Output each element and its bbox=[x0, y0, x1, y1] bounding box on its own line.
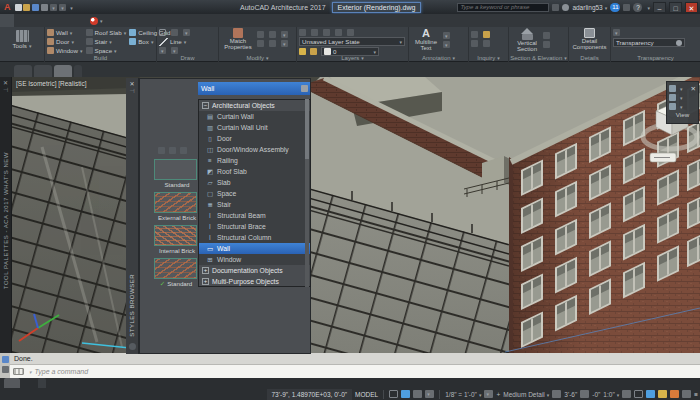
cut-plane-icon[interactable] bbox=[552, 390, 561, 398]
qat-customize-caret[interactable] bbox=[68, 4, 73, 11]
layer-freeze-icon[interactable] bbox=[335, 29, 342, 36]
elevation-icon[interactable] bbox=[543, 32, 550, 39]
wall-style-tile[interactable]: ✓Standard bbox=[154, 258, 198, 288]
customization-menu-icon[interactable]: ≡ bbox=[694, 391, 698, 398]
object-type-row[interactable]: ▢ Space bbox=[199, 188, 310, 199]
view-panel-close-icon[interactable]: ✕ bbox=[691, 85, 696, 93]
leader-icon[interactable] bbox=[443, 41, 450, 48]
object-type-row[interactable]: ◫ Door/Window Assembly bbox=[199, 144, 310, 155]
layout-tab[interactable] bbox=[38, 378, 46, 388]
ribbon-tab[interactable] bbox=[42, 14, 56, 27]
display-configuration[interactable]: Medium Detail bbox=[503, 391, 549, 398]
object-type-row[interactable]: I Structural Column bbox=[199, 232, 310, 243]
object-type-row[interactable]: ⊞ Window bbox=[199, 254, 310, 265]
drawing-tab[interactable] bbox=[54, 65, 72, 77]
panel-label-annotation[interactable]: Annotation bbox=[409, 54, 468, 62]
command-tools-icon[interactable] bbox=[2, 366, 9, 373]
object-type-row[interactable]: I Structural Beam bbox=[199, 210, 310, 221]
object-type-row[interactable]: + Multi-Purpose Objects bbox=[199, 276, 310, 287]
dimension-icon[interactable] bbox=[443, 32, 450, 39]
layout-tab[interactable] bbox=[4, 378, 20, 388]
layer-isolate-icon[interactable] bbox=[323, 29, 330, 36]
move-icon[interactable] bbox=[257, 31, 264, 38]
style-preview[interactable] bbox=[154, 225, 197, 246]
build-button[interactable]: Wall bbox=[47, 28, 83, 37]
autocad-logo-icon[interactable]: A bbox=[4, 2, 11, 12]
ribbon-tab[interactable] bbox=[28, 14, 42, 27]
cycling-icon[interactable] bbox=[622, 390, 631, 398]
id-point-icon[interactable] bbox=[471, 40, 478, 47]
palette-properties-gear-icon[interactable] bbox=[129, 343, 136, 350]
object-type-row[interactable]: ▤ Curtain Wall bbox=[199, 111, 310, 122]
style-preview[interactable] bbox=[154, 192, 197, 213]
hatch-icon[interactable] bbox=[183, 29, 190, 36]
redo-icon[interactable] bbox=[59, 4, 66, 11]
layer-state-dropdown[interactable]: Unsaved Layer State bbox=[299, 37, 405, 46]
snap-mode-icon[interactable] bbox=[401, 390, 410, 398]
command-input[interactable]: Type a command bbox=[10, 365, 700, 378]
object-type-row[interactable]: ◩ Roof Slab bbox=[199, 166, 310, 177]
tool-palettes-close-icon[interactable]: ✕ bbox=[0, 77, 11, 86]
drawing-tab[interactable] bbox=[74, 65, 82, 77]
ribbon-tab[interactable] bbox=[56, 14, 70, 27]
rotate-icon[interactable] bbox=[281, 31, 288, 38]
style-preview[interactable] bbox=[154, 159, 197, 180]
list-icon[interactable] bbox=[483, 40, 490, 47]
tool-palettes-pin-icon[interactable]: ⊣ bbox=[0, 86, 11, 93]
close-button[interactable]: ✕ bbox=[685, 2, 698, 13]
panel-label-inquiry[interactable]: Inquiry bbox=[469, 54, 508, 62]
transparency-slider[interactable]: Transparency bbox=[613, 38, 685, 47]
object-type-row[interactable]: ≣ Stair bbox=[199, 199, 310, 210]
notification-badge[interactable]: 11 bbox=[610, 3, 620, 12]
ribbon-options-caret[interactable] bbox=[98, 17, 103, 24]
scale-value[interactable]: 1:0" bbox=[603, 391, 619, 398]
ribbon-tab[interactable] bbox=[0, 14, 14, 27]
palette-pin-icon[interactable]: ⊣ bbox=[129, 87, 134, 94]
object-type-row[interactable]: ≡ Railing bbox=[199, 155, 310, 166]
tool-palettes-strip[interactable]: ✕ ⊣ TOOL PALETTES - ACA 2017 WHAT'S NEW bbox=[0, 77, 12, 353]
clean-screen-icon[interactable] bbox=[670, 390, 679, 398]
layer-off-icon[interactable] bbox=[311, 29, 318, 36]
dropdown-side-icon[interactable] bbox=[301, 85, 308, 92]
ribbon-tab[interactable] bbox=[14, 14, 28, 27]
panel-label-build[interactable]: Build bbox=[45, 54, 156, 62]
object-type-row[interactable]: ▭ Wall bbox=[199, 243, 310, 254]
minimize-button[interactable]: – bbox=[653, 2, 666, 13]
expand-collapse-icon[interactable]: + bbox=[202, 267, 209, 274]
elevation-value[interactable]: -0" bbox=[592, 391, 600, 398]
object-type-row[interactable]: − Architectural Objects bbox=[199, 100, 310, 111]
object-type-row[interactable]: I Structural Brace bbox=[199, 221, 310, 232]
copy-icon[interactable] bbox=[269, 31, 276, 38]
drawing-tab[interactable] bbox=[14, 65, 32, 77]
arc-icon[interactable] bbox=[171, 29, 178, 36]
style-preview[interactable] bbox=[154, 258, 197, 279]
camera-icon[interactable] bbox=[669, 94, 676, 101]
object-type-dropdown[interactable]: Wall bbox=[198, 82, 310, 95]
command-line-grip[interactable] bbox=[0, 353, 10, 378]
refresh-icon[interactable] bbox=[158, 147, 165, 154]
measure-icon[interactable] bbox=[471, 31, 478, 38]
undo-icon[interactable] bbox=[50, 4, 57, 11]
record-icon[interactable] bbox=[90, 17, 98, 25]
viewport-controls-label[interactable]: [SE Isometric] [Realistic] bbox=[16, 80, 86, 87]
exchange-apps-icon[interactable] bbox=[623, 4, 630, 11]
hidden-line-icon[interactable] bbox=[543, 41, 550, 48]
graphics-performance-icon[interactable] bbox=[646, 390, 655, 398]
search-input[interactable] bbox=[457, 3, 549, 12]
layer-lock-icon[interactable] bbox=[347, 29, 354, 36]
line-button[interactable]: Line bbox=[159, 37, 216, 46]
expand-collapse-icon[interactable]: + bbox=[202, 278, 209, 285]
grid-icon[interactable] bbox=[389, 390, 398, 398]
search-icon[interactable] bbox=[552, 4, 559, 11]
panel-label-draw[interactable]: Draw bbox=[157, 54, 218, 62]
panel-label-layers[interactable]: Layers bbox=[297, 54, 408, 62]
panel-label-section[interactable]: Section & Elevation bbox=[509, 54, 568, 62]
panel-label-transparency[interactable]: Transparency bbox=[611, 54, 700, 62]
customize-command-icon[interactable] bbox=[2, 356, 9, 363]
ribbon-tab[interactable] bbox=[70, 14, 84, 27]
list-scrollbar[interactable] bbox=[305, 99, 309, 287]
polar-tracking-icon[interactable] bbox=[425, 390, 434, 398]
save-icon[interactable] bbox=[32, 4, 39, 11]
new-file-icon[interactable] bbox=[15, 4, 22, 11]
layer-properties-icon[interactable] bbox=[299, 29, 306, 36]
